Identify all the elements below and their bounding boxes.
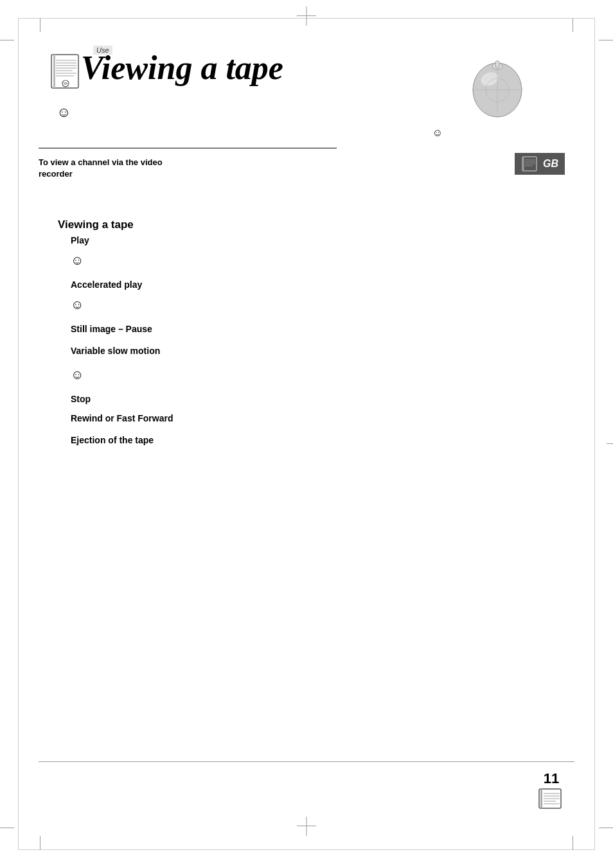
remote-icon <box>465 55 529 125</box>
item-ejection: Ejection of the tape <box>71 435 173 445</box>
page-border-left <box>18 18 19 850</box>
svg-rect-25 <box>540 789 542 808</box>
content-area: Viewing a tape Play ☺ Accelerated play ☺… <box>58 218 173 457</box>
smiley-2: ☺ <box>71 297 173 312</box>
tick-br-h <box>599 828 613 828</box>
page-number: 11 <box>538 770 565 787</box>
smiley-under-book: ☺ <box>57 104 71 121</box>
book-icon <box>48 51 84 91</box>
item-stop: Stop <box>71 394 173 404</box>
page-number-area: 11 <box>538 770 565 810</box>
tick-tl-v <box>40 18 40 32</box>
sub-header: To view a channel via the video recorder <box>39 157 163 180</box>
tick-br-v <box>573 836 573 850</box>
svg-rect-14 <box>495 61 499 67</box>
svg-rect-19 <box>523 157 524 171</box>
gb-badge-text: GB <box>543 158 558 170</box>
sub-header-line2: recorder <box>39 168 163 180</box>
svg-rect-1 <box>53 55 55 88</box>
tick-tl-h <box>0 40 14 40</box>
tick-tr-v <box>573 18 573 32</box>
gb-book-icon <box>521 156 540 172</box>
item-rewind: Rewind or Fast Forward <box>71 413 173 423</box>
top-divider <box>39 148 337 148</box>
smiley-remote: ☺ <box>432 127 443 139</box>
item-variable: Variable slow motion <box>71 346 173 356</box>
section-title: Viewing a tape <box>58 218 173 231</box>
smiley-1: ☺ <box>71 253 173 268</box>
svg-rect-0 <box>51 55 78 88</box>
item-play: Play <box>71 235 173 245</box>
smiley-3: ☺ <box>71 368 173 382</box>
item-still: Still image – Pause <box>71 324 173 334</box>
sub-header-line1: To view a channel via the video <box>39 157 163 168</box>
header-area: Viewing a tape <box>48 51 283 91</box>
page-number-book-icon <box>538 788 565 810</box>
main-title: Viewing a tape <box>81 51 283 85</box>
tick-tr-h <box>599 40 613 40</box>
tick-bl-v <box>40 836 40 850</box>
bottom-divider <box>39 761 574 762</box>
tick-bl-h <box>0 828 14 828</box>
page-border-bottom <box>18 849 595 850</box>
gb-badge: GB <box>515 153 565 175</box>
page-border-right <box>594 18 595 850</box>
item-accelerated: Accelerated play <box>71 279 173 290</box>
